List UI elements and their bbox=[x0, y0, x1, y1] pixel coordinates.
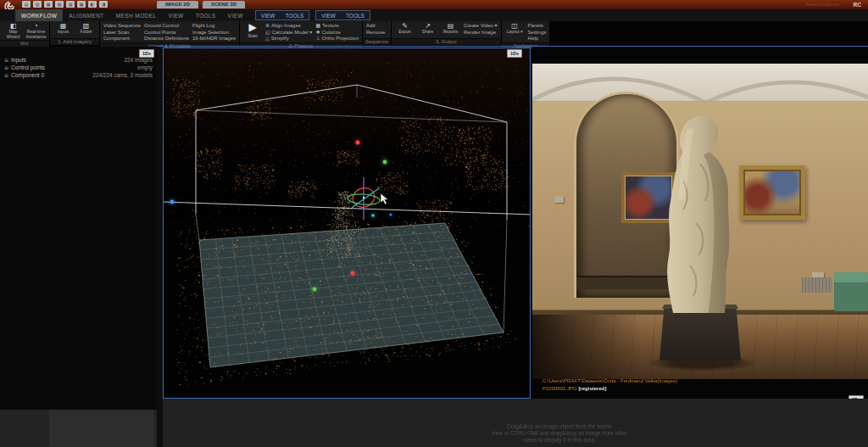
inputs-button[interactable]: ▦Inputs bbox=[53, 22, 73, 35]
16-bit-hdr-images-button[interactable]: 16-bit/HDR Images bbox=[192, 36, 236, 42]
ortho-projection-button[interactable]: ⊥Ortho Projection bbox=[315, 36, 359, 42]
project-tree-panel[interactable]: ⊞Inputs224 images⊞Control pointsempty⊞Co… bbox=[0, 47, 157, 410]
pane-tab-tools-2[interactable]: TOOLS bbox=[341, 11, 370, 20]
video-sequence-button[interactable]: Video Sequence bbox=[103, 23, 141, 29]
view-tab-image-2d[interactable]: IMAGE 2D bbox=[157, 1, 198, 8]
reports-button[interactable]: ▤Reports bbox=[441, 22, 460, 35]
reports-label: Reports bbox=[443, 30, 459, 35]
map-wizard-button[interactable]: ◧Map Wizard bbox=[3, 22, 23, 39]
window-app-initials: RC bbox=[854, 2, 861, 8]
photo-sculpture bbox=[649, 113, 748, 321]
pane-tab-group-1: VIEWTOOLS bbox=[255, 10, 310, 20]
component-button[interactable]: Component bbox=[103, 36, 141, 42]
ribbon-tab-mesh-model[interactable]: MESH MODEL bbox=[110, 9, 163, 21]
ribbon-tab-view[interactable]: VIEW bbox=[222, 9, 249, 21]
real-time-assistance-label: Real-time Assistance bbox=[25, 30, 46, 39]
qat-icon-7[interactable]: ◧ bbox=[88, 1, 97, 8]
empty-2d-pane[interactable]: Drag&drop an image object from the scene… bbox=[163, 399, 868, 447]
start-button[interactable]: ▶Start bbox=[243, 22, 262, 38]
ribbon-group-import-metadata: Video SequenceLaser ScanComponentGround … bbox=[100, 21, 240, 45]
tree-item-info: 224/224 cams, 3 models bbox=[92, 72, 153, 78]
pane-divider[interactable] bbox=[157, 47, 163, 447]
ribbon-group-application: ◫Layout ▾PanelsSettingsHelpApplication bbox=[502, 21, 551, 45]
empty-pane-hint-text: Drag&drop an image object from the scene… bbox=[390, 423, 729, 444]
align-images-icon: ≋ bbox=[265, 23, 270, 29]
panels-button[interactable]: Panels bbox=[528, 23, 547, 29]
calculate-model-label: Calculate Model ▾ bbox=[272, 30, 313, 36]
bottom-left-panel-inner bbox=[49, 410, 154, 447]
qat-icon-4[interactable]: ▧ bbox=[55, 1, 64, 8]
ribbon-group-label-sequence: Sequence bbox=[363, 38, 391, 45]
pane-tab-view-1[interactable]: VIEW bbox=[256, 11, 281, 20]
laser-scan-button[interactable]: Laser Scan bbox=[103, 30, 141, 36]
start-icon: ▶ bbox=[248, 22, 256, 33]
simplify-icon: △ bbox=[265, 36, 270, 42]
tree-row-component-0[interactable]: ⊞Component 0224/224 cams, 3 models bbox=[0, 71, 157, 79]
photo-2d-pane[interactable] bbox=[532, 47, 868, 399]
calculate-model-button[interactable]: ◱Calculate Model ▾ bbox=[265, 30, 312, 36]
photo-path-text: C:\Users\PRAKT\Datasets\Onda - Ferdinand… bbox=[542, 378, 677, 384]
scene-3d-viewport[interactable] bbox=[163, 47, 531, 399]
tree-row-inputs[interactable]: ⊞Inputs224 images bbox=[0, 56, 157, 64]
qat-icon-6[interactable]: ▩ bbox=[77, 1, 86, 8]
ribbon-tab-view[interactable]: VIEW bbox=[162, 9, 189, 21]
layout-label: Layout ▾ bbox=[507, 30, 523, 35]
expander-icon[interactable]: ⊞ bbox=[4, 57, 11, 63]
render-image-button[interactable]: Render Image bbox=[464, 30, 498, 36]
museum-photo bbox=[532, 64, 868, 379]
export-button[interactable]: ✎Export bbox=[395, 22, 415, 35]
point-cloud-canvas[interactable] bbox=[164, 48, 530, 398]
pane-tab-group-2: VIEWTOOLS bbox=[315, 10, 370, 20]
texture-button[interactable]: ▩Texture bbox=[315, 23, 359, 29]
photo-right-painting bbox=[739, 165, 805, 220]
hint-line: view or CTRL+TAB and drag&drop an image … bbox=[390, 430, 729, 437]
window-title-text: RealityCapture bbox=[805, 2, 839, 7]
ribbon-tab-alignment[interactable]: ALIGNMENT bbox=[63, 9, 110, 21]
settings-button[interactable]: Settings bbox=[528, 30, 547, 36]
distance-definitions-button[interactable]: Distance Definitions bbox=[144, 36, 189, 42]
photo-floor-shadow bbox=[532, 315, 643, 379]
hint-line: views to display it in this area. bbox=[390, 437, 729, 444]
real-time-assistance-button[interactable]: ◔Real-time Assistance bbox=[26, 22, 46, 39]
control-points-button[interactable]: Control Points bbox=[144, 30, 189, 36]
pane-tab-tools-1[interactable]: TOOLS bbox=[280, 11, 309, 20]
remove-button[interactable]: Remove bbox=[366, 30, 385, 36]
help-button[interactable]: Help bbox=[528, 36, 547, 42]
photo-wall-label-left bbox=[554, 196, 564, 203]
pane-tab-view-2[interactable]: VIEW bbox=[316, 11, 341, 20]
qat-icon-3[interactable]: ▦ bbox=[44, 1, 53, 8]
simplify-label: Simplify bbox=[271, 36, 289, 42]
ribbon-group-sequence: AddRemoveSequence bbox=[363, 21, 392, 45]
add-button[interactable]: Add bbox=[366, 23, 385, 29]
align-images-button[interactable]: ≋Align Images bbox=[265, 23, 312, 29]
ribbon-group-2-process: ▶Start≋Align Images◱Calculate Model ▾△Si… bbox=[240, 21, 363, 45]
qat-icon-2[interactable]: ▥ bbox=[33, 1, 42, 8]
ground-control-button[interactable]: Ground Control bbox=[144, 23, 189, 29]
ribbon-group-label-wiz: Wiz bbox=[0, 40, 49, 47]
export-label: Export bbox=[398, 30, 410, 35]
qat-icon-8[interactable]: ◨ bbox=[99, 1, 108, 8]
view-tab-scene-3d[interactable]: SCENE 3D bbox=[203, 1, 245, 8]
photo-ceiling bbox=[532, 64, 868, 106]
folder-button[interactable]: ▧Folder bbox=[76, 22, 96, 35]
ribbon: ◧Map Wizard◔Real-time AssistanceWiz▦Inpu… bbox=[0, 21, 550, 45]
simplify-button[interactable]: △Simplify bbox=[265, 36, 312, 42]
colorize-button[interactable]: ❖Colorize bbox=[315, 30, 359, 36]
expander-icon[interactable]: ⊞ bbox=[4, 64, 11, 70]
colorize-icon: ❖ bbox=[315, 30, 320, 36]
photo-ottoman-top bbox=[834, 272, 868, 282]
create-video-button[interactable]: Create Video ▾ bbox=[464, 23, 498, 29]
ribbon-tab-workflow[interactable]: WORKFLOW bbox=[15, 9, 63, 21]
share-button[interactable]: ↗Share bbox=[418, 22, 437, 35]
tree-row-control-points[interactable]: ⊞Control pointsempty bbox=[0, 64, 157, 71]
application-window: ▤▥▦▧▨▩◧◨ IMAGE 2DSCENE 3D RealityCapture… bbox=[0, 0, 868, 447]
image-selection-button[interactable]: Image Selection bbox=[192, 30, 236, 36]
texture-icon: ▩ bbox=[315, 23, 320, 29]
qat-icon-1[interactable]: ▤ bbox=[22, 1, 31, 8]
expander-icon[interactable]: ⊞ bbox=[4, 72, 11, 78]
flight-log-button[interactable]: Flight Log bbox=[192, 23, 236, 29]
layout-button[interactable]: ◫Layout ▾ bbox=[505, 22, 525, 35]
ribbon-tab-tools[interactable]: TOOLS bbox=[190, 9, 222, 21]
qat-icon-5[interactable]: ▨ bbox=[66, 1, 75, 8]
tree-item-name: Inputs bbox=[11, 57, 124, 63]
